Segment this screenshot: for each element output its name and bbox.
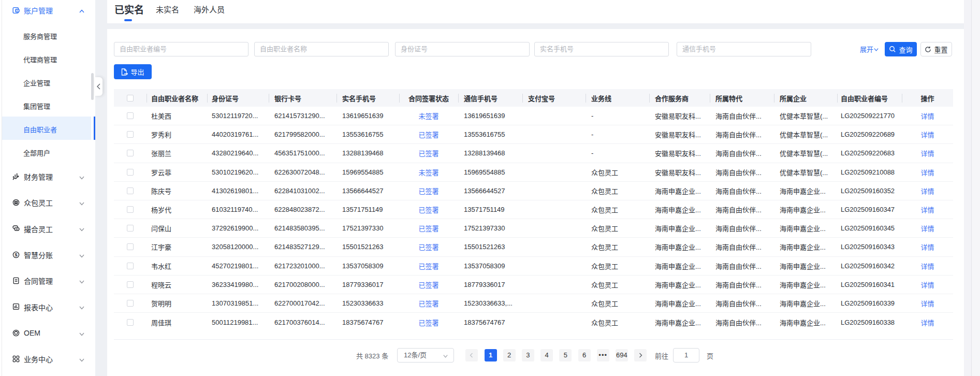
svg-text:$: $ <box>14 252 17 257</box>
